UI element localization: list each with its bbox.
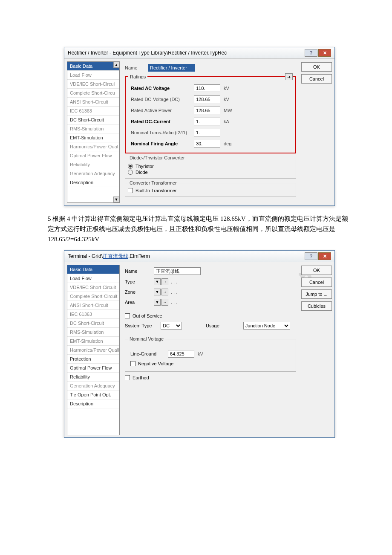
type-selector[interactable]: ▼→. . . (154, 278, 177, 285)
jump-to-button[interactable]: Jump to ... (301, 289, 332, 299)
sidebar-item[interactable]: ANSI Short-Circuit (67, 98, 119, 107)
rated-active-power-input[interactable] (194, 107, 220, 114)
ok-button[interactable]: OK (301, 62, 332, 72)
rating-label: Rated DC-Current (131, 119, 190, 124)
dialog1-main: Name Ratings ➔ Rated AC Voltage kV Rated… (122, 61, 299, 203)
out-of-service-checkbox[interactable]: Out of Service (125, 313, 162, 318)
dropdown-icon: ▼ (154, 289, 161, 295)
firing-angle-input[interactable] (194, 140, 220, 147)
sidebar-item-basic-data[interactable]: Basic Data (67, 265, 119, 274)
sidebar-item[interactable]: Reliability (67, 373, 119, 382)
sidebar-item[interactable]: DC Short-Circuit (67, 116, 119, 124)
rated-ac-voltage-input[interactable] (194, 84, 220, 92)
sidebar-item[interactable]: ANSI Short-Circuit (67, 301, 119, 310)
cubicles-button[interactable]: Cubicles (301, 301, 332, 311)
sidebar-item[interactable]: Load Flow (67, 71, 119, 80)
rated-dc-voltage-input[interactable] (194, 95, 220, 103)
sidebar-item[interactable]: EMT-Simulation (67, 337, 119, 346)
sidebar-item[interactable]: Optimal Power Flow (67, 364, 119, 373)
sidebar-item-basic-data[interactable]: Basic Data (67, 62, 119, 71)
system-type-label: System Type (125, 323, 157, 328)
line-ground-label: Line-Ground (130, 351, 164, 356)
title-link[interactable]: 正直流母线 (103, 253, 128, 259)
dialog1-title: Rectifier / Inverter - Equipment Type Li… (68, 50, 227, 56)
rectifier-dialog: Rectifier / Inverter - Equipment Type Li… (64, 47, 335, 206)
name-label: Name (125, 269, 150, 274)
sidebar-item[interactable]: VDE/IEC Short-Circui (67, 80, 119, 89)
area-selector[interactable]: ▼→. . . (154, 299, 177, 306)
dialog1-titlebar: Rectifier / Inverter - Equipment Type Li… (64, 47, 334, 59)
type-label: Type (125, 279, 150, 284)
converter-legend: Diode-/Thyristor Converter (128, 155, 187, 160)
sidebar-item[interactable]: Tie Open Point Opt. (67, 390, 119, 399)
sidebar-item[interactable]: Protection (67, 355, 119, 364)
sidebar-item[interactable]: Load Flow (67, 274, 119, 283)
sidebar-item[interactable]: RMS-Simulation (67, 328, 119, 337)
sidebar-item[interactable]: Complete Short-Circuit (67, 292, 119, 301)
line-ground-input[interactable] (168, 350, 194, 358)
unit: kA (224, 119, 236, 124)
ratings-legend: Ratings (128, 74, 147, 79)
unit: deg (224, 141, 236, 146)
earthed-checkbox[interactable]: Earthed (125, 375, 149, 380)
terminal-name-input[interactable] (154, 267, 201, 275)
builtin-transformer-checkbox[interactable]: Built-In Transformer (128, 188, 177, 193)
arrow-right-icon[interactable]: ➔ (285, 73, 293, 80)
zone-label: Zone (125, 289, 150, 295)
dialog2-main: Name Type ▼→. . . Zone ▼→. . . Area (122, 265, 299, 435)
sidebar-item[interactable]: IEC 61363 (67, 107, 119, 116)
sidebar-item[interactable]: DC Short-Circuit (67, 319, 119, 328)
terminal-dialog: Terminal - Grid\正直流母线.ElmTerm ? ✕ WWW.do… (64, 250, 335, 438)
cancel-button[interactable]: Cancel (301, 74, 332, 84)
unit: kV (224, 86, 236, 91)
negative-voltage-checkbox[interactable]: Negative Voltage (130, 361, 173, 366)
dropdown-icon: ▼ (154, 278, 161, 285)
arrow-right-icon: → (161, 289, 168, 295)
rated-dc-current-input[interactable] (194, 118, 220, 125)
name-label: Name (125, 65, 144, 70)
sidebar-item[interactable]: VDE/IEC Short-Circuit (67, 283, 119, 292)
usage-select[interactable]: Junction Node (243, 322, 290, 330)
rating-label: Rated AC Voltage (131, 86, 190, 91)
sidebar-item[interactable]: Description (67, 178, 119, 187)
ok-button[interactable]: OK (301, 266, 332, 275)
scroll-up-icon[interactable]: ▲ (113, 62, 119, 68)
document-paragraph: 5 根据 4 中计算出得直流侧额定电压计算出直流母线额定电压 128.65kV，… (48, 214, 354, 244)
sidebar-item[interactable]: IEC 61363 (67, 310, 119, 319)
sidebar-item[interactable]: Complete Short-Circu (67, 89, 119, 98)
sidebar-item[interactable]: RMS-Simulation (67, 124, 119, 133)
rating-label: Rated Active Power (131, 108, 190, 113)
cancel-button[interactable]: Cancel (301, 278, 332, 287)
unit: MW (224, 108, 236, 113)
arrow-right-icon: → (161, 299, 168, 306)
name-input[interactable] (148, 64, 195, 72)
usage-label: Usage (206, 323, 219, 328)
ratings-fieldset: Ratings ➔ Rated AC Voltage kV Rated DC-V… (125, 74, 296, 153)
sidebar-item[interactable]: Optimal Power Flow (67, 151, 119, 160)
sidebar-item[interactable]: Reliability (67, 160, 119, 169)
turns-ratio-input[interactable] (194, 129, 220, 136)
zone-selector[interactable]: ▼→. . . (154, 289, 177, 295)
thyristor-radio[interactable]: Thyristor (128, 164, 293, 169)
sidebar-item[interactable]: EMT-Simulation (67, 133, 119, 142)
scroll-down-icon[interactable]: ▼ (113, 197, 119, 202)
dialog1-sidebar: ▲ Basic Data Load Flow VDE/IEC Short-Cir… (67, 61, 120, 203)
sidebar-item[interactable]: Harmonics/Power Quality (67, 346, 119, 355)
converter-fieldset: Diode-/Thyristor Converter Thyristor Dio… (125, 155, 296, 179)
system-type-select[interactable]: DC (161, 322, 182, 330)
help-icon[interactable]: ? (305, 252, 317, 260)
arrow-right-icon: → (161, 278, 168, 285)
transformer-fieldset: Converter Transformer Built-In Transform… (125, 180, 296, 197)
sidebar-item[interactable]: Generation Adequacy (67, 169, 119, 178)
diode-radio[interactable]: Diode (128, 170, 293, 175)
sidebar-item[interactable]: Description (67, 399, 119, 408)
close-icon[interactable]: ✕ (318, 49, 331, 57)
help-icon[interactable]: ? (305, 49, 317, 57)
nominal-voltage-fieldset: Nominal Voltage Line-Ground kV Negative … (125, 336, 296, 372)
sidebar-item[interactable]: Harmonics/Power Qual (67, 142, 119, 151)
nomv-legend: Nominal Voltage (128, 336, 165, 341)
close-icon[interactable]: ✕ (318, 252, 331, 260)
rating-label: Rated DC-Voltage (DC) (131, 97, 190, 102)
transformer-legend: Converter Transformer (128, 180, 179, 185)
sidebar-item[interactable]: Generation Adequacy (67, 382, 119, 390)
